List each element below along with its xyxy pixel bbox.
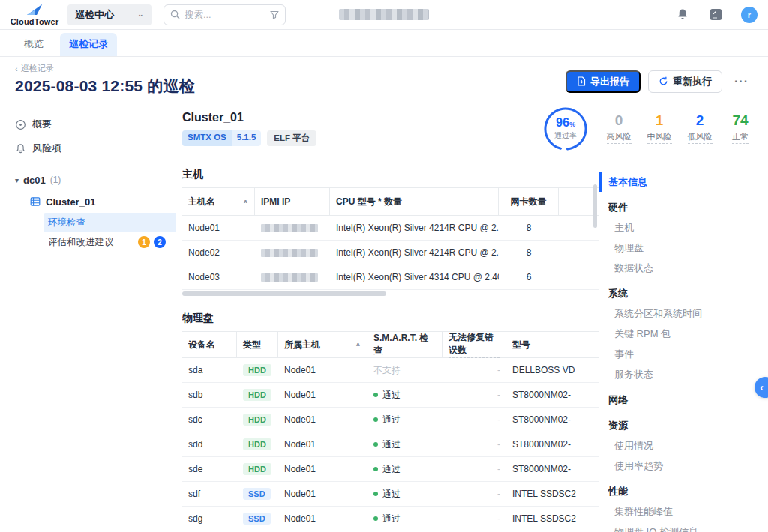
- col-owner-host[interactable]: 所属主机 ∧: [278, 332, 368, 357]
- right-nav-item[interactable]: 物理盘 IO 检测信息: [599, 522, 768, 532]
- errors-cell: -: [442, 457, 506, 481]
- global-search[interactable]: [164, 4, 286, 25]
- col-model[interactable]: 型号: [506, 332, 598, 357]
- topbar: CloudTower 巡检中心 ⌄: [0, 0, 768, 30]
- cluster-name: Cluster_01: [46, 196, 95, 208]
- disk-type-badge: SSD: [243, 513, 271, 525]
- right-nav-item[interactable]: 使用率趋势: [599, 456, 768, 476]
- dc-name: dc01: [23, 175, 46, 186]
- right-nav-item[interactable]: 集群性能峰值: [599, 501, 768, 522]
- avatar[interactable]: r: [741, 7, 758, 23]
- right-nav-item[interactable]: 资源: [599, 415, 768, 435]
- brand-name: CloudTower: [10, 18, 59, 26]
- risk-badges: 1 2: [138, 236, 166, 248]
- page-title: 2025-08-03 12:55 的巡检: [15, 76, 195, 97]
- notifications-button[interactable]: [675, 7, 690, 22]
- vertical-scrollbar-thumb[interactable]: [593, 184, 597, 228]
- main-content: 主机 主机名 ∧ IPMI IP CPU 型号 * 数量 网卡数量: [176, 157, 598, 532]
- right-nav-item[interactable]: 基本信息: [599, 172, 768, 192]
- right-nav-item[interactable]: 网络: [599, 390, 768, 410]
- cluster-tags: SMTX OS 5.1.5 ELF 平台: [182, 130, 543, 146]
- table-row[interactable]: sdc HDD Node01 通过 -: [182, 408, 598, 432]
- right-nav-item[interactable]: 系统: [599, 283, 768, 303]
- pass-rate-ring: 96% 通过率: [543, 106, 588, 151]
- rerun-button[interactable]: 重新执行: [648, 70, 722, 93]
- table-row[interactable]: sdg SSD Node01 通过 -: [182, 507, 598, 531]
- body: 概要 风险项 ▾ dc01 (1): [0, 100, 768, 532]
- left-sidebar: 概要 风险项 ▾ dc01 (1): [0, 100, 176, 532]
- search-icon: [170, 10, 180, 19]
- smart-status: 通过: [374, 513, 400, 525]
- risk-stat-value: 1: [645, 113, 674, 129]
- table-row[interactable]: Node01 Intel(R) Xeon(R) Silver 4214R CPU…: [182, 216, 598, 241]
- owner-host-cell: Node01: [278, 408, 368, 432]
- cluster-title: Cluster_01: [182, 111, 543, 124]
- bell-icon: [676, 8, 688, 21]
- tasks-button[interactable]: [708, 7, 723, 22]
- right-nav-item[interactable]: 性能: [599, 481, 768, 501]
- host-table: 主机名 ∧ IPMI IP CPU 型号 * 数量 网卡数量: [182, 187, 598, 290]
- right-nav-item[interactable]: 数据状态: [599, 258, 768, 278]
- risk-stat-value: 2: [686, 113, 714, 129]
- tree-leaf-label: 评估和改进建议: [48, 236, 114, 249]
- col-ipmi-ip[interactable]: IPMI IP: [255, 188, 330, 215]
- tree-node-dc01[interactable]: ▾ dc01 (1): [0, 169, 176, 190]
- table-row[interactable]: sdf SSD Node01 通过 -: [182, 482, 598, 507]
- back-chevron-icon: ‹: [15, 64, 18, 73]
- export-report-button[interactable]: 导出报告: [566, 70, 640, 93]
- right-nav-item[interactable]: 主机: [599, 217, 768, 238]
- disk-type-badge: HDD: [243, 463, 272, 475]
- table-row[interactable]: sda HDD Node01 不支持 -: [182, 358, 598, 383]
- table-row[interactable]: sde HDD Node01 通过 -: [182, 457, 598, 482]
- cloudtower-app: CloudTower 巡检中心 ⌄: [0, 0, 768, 532]
- table-row[interactable]: sdb HDD Node01 通过 -: [182, 383, 598, 408]
- cloudtower-logo[interactable]: CloudTower: [8, 4, 62, 26]
- right-nav-item[interactable]: 系统分区和系统时间: [599, 303, 768, 324]
- smart-status-label: 通过: [382, 513, 400, 525]
- table-row[interactable]: sdd HDD Node01 通过 -: [182, 432, 598, 457]
- col-type[interactable]: 类型: [237, 332, 278, 357]
- risk-stat-label: 低风险: [688, 131, 712, 144]
- more-actions-button[interactable]: ···: [730, 75, 753, 88]
- table-row[interactable]: Node02 Intel(R) Xeon(R) Silver 4214R CPU…: [182, 241, 598, 265]
- nic-count-cell: 8: [499, 216, 559, 240]
- low-risk-badge: 2: [154, 236, 166, 248]
- right-nav-item[interactable]: 硬件: [599, 197, 768, 217]
- sidebar-item-summary[interactable]: 概要: [0, 112, 176, 136]
- horizontal-scrollbar-thumb[interactable]: [182, 291, 386, 296]
- tree-leaf-env-check[interactable]: 环境检查: [44, 213, 176, 232]
- status-dot: [374, 393, 378, 397]
- smart-status-label: 不支持: [374, 364, 400, 377]
- breadcrumb[interactable]: ‹ 巡检记录: [15, 63, 195, 74]
- col-errors[interactable]: 无法修复错误数: [442, 332, 506, 357]
- app-switcher-select[interactable]: 巡检中心 ⌄: [68, 4, 152, 25]
- cluster-icon: [30, 196, 40, 207]
- smart-status: 通过: [374, 389, 400, 402]
- disk-type-badge: HDD: [243, 414, 272, 426]
- right-nav-item[interactable]: 物理盘: [599, 238, 768, 258]
- pass-rate-value: 96%: [556, 117, 575, 129]
- table-row[interactable]: Node03 Intel(R) Xeon(R) Silver 4314 CPU …: [182, 265, 598, 290]
- tree-leaf-advice[interactable]: 评估和改进建议 1 2: [44, 232, 176, 252]
- col-device[interactable]: 设备名: [182, 332, 237, 357]
- right-nav-item[interactable]: 使用情况: [599, 435, 768, 456]
- col-smart[interactable]: S.M.A.R.T. 检查: [368, 332, 442, 357]
- col-hostname[interactable]: 主机名 ∧: [182, 188, 255, 215]
- right-nav-item[interactable]: 事件: [599, 344, 768, 364]
- lower-region: 主机 主机名 ∧ IPMI IP CPU 型号 * 数量 网卡数量: [176, 157, 768, 532]
- right-nav-item[interactable]: 服务状态: [599, 364, 768, 384]
- page-header-left: ‹ 巡检记录 2025-08-03 12:55 的巡检: [15, 63, 195, 100]
- tab-inspection-records[interactable]: 巡检记录: [60, 33, 117, 56]
- filter-icon[interactable]: [270, 10, 279, 19]
- smart-status: 通过: [374, 414, 400, 426]
- errors-cell: -: [442, 358, 506, 382]
- tab-overview[interactable]: 概览: [15, 33, 52, 56]
- hostname-cell: Node03: [182, 265, 255, 289]
- right-nav-item[interactable]: 关键 RPM 包: [599, 324, 768, 344]
- col-nic-count[interactable]: 网卡数量: [499, 188, 559, 215]
- tree-node-cluster[interactable]: Cluster_01: [0, 190, 176, 213]
- search-input[interactable]: [184, 10, 266, 20]
- col-cpu[interactable]: CPU 型号 * 数量: [330, 188, 499, 215]
- sidebar-item-risks[interactable]: 风险项: [0, 136, 176, 160]
- smart-status: 不支持: [374, 364, 400, 377]
